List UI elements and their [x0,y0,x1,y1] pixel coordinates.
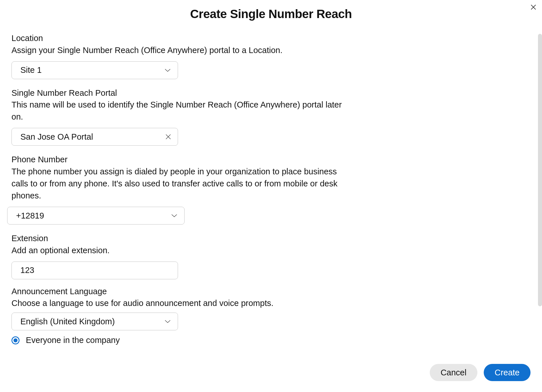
phone-description: The phone number you assign is dialed by… [11,165,350,202]
scrollbar-track[interactable] [538,34,542,306]
close-icon [531,5,536,10]
portal-clear-button[interactable] [165,133,172,140]
scope-everyone-radio[interactable] [11,336,20,344]
phone-select-value: +12819 [16,211,44,221]
location-select-wrap: Site 1 [11,61,178,79]
scope-everyone-label: Everyone in the company [26,336,120,345]
phone-label: Phone Number [11,154,350,165]
phone-field-group: Phone Number The phone number you assign… [11,154,350,225]
form-content: Location Assign your Single Number Reach… [0,32,362,345]
close-button[interactable] [529,3,538,11]
scope-radio-row: Everyone in the company [11,336,350,345]
extension-field-group: Extension Add an optional extension. [11,233,350,279]
scrollbar-thumb[interactable] [538,34,542,306]
portal-label: Single Number Reach Portal [11,87,350,99]
radio-selected-icon [13,338,18,342]
extension-input-wrap [11,262,178,279]
portal-field-group: Single Number Reach Portal This name wil… [11,87,350,146]
page-title: Create Single Number Reach [0,7,542,21]
portal-input-wrap [11,128,178,146]
close-icon [166,134,171,139]
location-select-value: Site 1 [20,65,42,75]
language-select[interactable]: English (United Kingdom) [11,313,178,330]
location-label: Location [11,32,350,44]
cancel-button[interactable]: Cancel [430,364,477,381]
phone-select-wrap: +12819 [7,207,185,225]
language-select-wrap: English (United Kingdom) [11,313,178,330]
location-select[interactable]: Site 1 [11,61,178,79]
portal-description: This name will be used to identify the S… [11,99,350,123]
footer-actions: Cancel Create [430,364,531,381]
create-button[interactable]: Create [484,364,531,381]
language-field-group: Announcement Language Choose a language … [11,286,350,331]
extension-label: Extension [11,233,350,244]
language-select-value: English (United Kingdom) [20,317,115,326]
portal-name-input[interactable] [11,128,178,146]
language-description: Choose a language to use for audio annou… [11,297,350,309]
phone-number-select[interactable]: +12819 [7,207,185,225]
extension-input[interactable] [11,262,178,279]
location-description: Assign your Single Number Reach (Office … [11,44,350,56]
extension-description: Add an optional extension. [11,244,350,256]
language-label: Announcement Language [11,286,350,297]
location-field-group: Location Assign your Single Number Reach… [11,32,350,79]
